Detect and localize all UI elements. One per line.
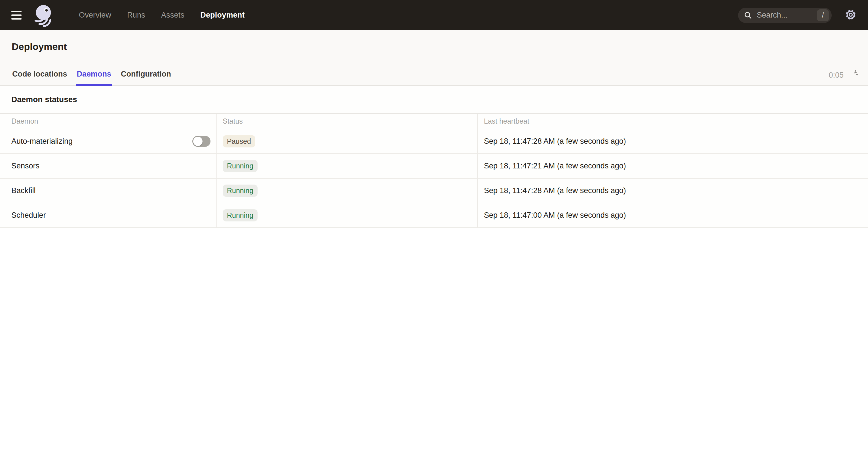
- last-heartbeat: Sep 18, 11:47:28 AM (a few seconds ago): [478, 129, 868, 153]
- col-header-daemon: Daemon: [0, 114, 217, 129]
- daemon-name: Backfill: [11, 186, 36, 195]
- last-heartbeat: Sep 18, 11:47:21 AM (a few seconds ago): [478, 154, 868, 178]
- auto-materializing-toggle[interactable]: [192, 136, 211, 147]
- search-input[interactable]: [757, 11, 817, 20]
- last-heartbeat: Sep 18, 11:47:00 AM (a few seconds ago): [478, 203, 868, 227]
- tab-configuration[interactable]: Configuration: [120, 70, 172, 85]
- page-title: Deployment: [12, 41, 67, 52]
- table-header-row: Daemon Status Last heartbeat: [0, 114, 868, 129]
- tab-daemons[interactable]: Daemons: [76, 70, 112, 85]
- dagster-logo-icon[interactable]: [32, 3, 55, 28]
- col-header-status: Status: [217, 114, 478, 129]
- menu-icon[interactable]: [11, 11, 22, 20]
- tab-bar: Code locations Daemons Configuration: [12, 70, 172, 85]
- top-navbar: Overview Runs Assets Deployment /: [0, 0, 868, 30]
- daemon-name: Auto-materializing: [11, 137, 73, 146]
- table-row: Sensors Running Sep 18, 11:47:21 AM (a f…: [0, 154, 868, 178]
- primary-nav: Overview Runs Assets Deployment: [79, 11, 245, 20]
- search-box[interactable]: /: [738, 8, 832, 23]
- nav-deployment[interactable]: Deployment: [200, 11, 245, 20]
- refresh-icon: [849, 70, 858, 80]
- settings-button[interactable]: [845, 9, 857, 22]
- nav-runs[interactable]: Runs: [127, 11, 145, 20]
- tab-code-locations[interactable]: Code locations: [12, 70, 68, 85]
- status-badge: Running: [223, 185, 257, 197]
- daemon-status-table: Daemon Status Last heartbeat Auto-materi…: [0, 113, 868, 228]
- last-heartbeat: Sep 18, 11:47:28 AM (a few seconds ago): [478, 178, 868, 203]
- main-content: Daemon statuses Daemon Status Last heart…: [0, 86, 868, 228]
- table-row: Auto-materializing Paused Sep 18, 11:47:…: [0, 129, 868, 154]
- table-row: Backfill Running Sep 18, 11:47:28 AM (a …: [0, 178, 868, 203]
- daemon-name: Scheduler: [11, 211, 46, 220]
- toggle-knob: [193, 137, 203, 146]
- refresh-area: 0:05: [829, 70, 858, 80]
- topbar-right: /: [738, 8, 857, 23]
- refresh-button[interactable]: [849, 70, 858, 80]
- status-badge: Running: [223, 209, 257, 222]
- app-window: Overview Runs Assets Deployment /: [0, 0, 868, 461]
- refresh-countdown: 0:05: [829, 71, 844, 80]
- daemon-name: Sensors: [11, 162, 39, 170]
- nav-overview[interactable]: Overview: [79, 11, 111, 20]
- status-badge: Paused: [223, 135, 255, 147]
- section-heading: Daemon statuses: [0, 86, 868, 113]
- col-header-last-heartbeat: Last heartbeat: [478, 114, 868, 129]
- gear-icon: [845, 9, 857, 22]
- nav-assets[interactable]: Assets: [161, 11, 184, 20]
- table-row: Scheduler Running Sep 18, 11:47:00 AM (a…: [0, 203, 868, 228]
- search-icon: [743, 10, 753, 20]
- status-badge: Running: [223, 160, 257, 172]
- slash-shortcut-key: /: [817, 9, 829, 21]
- page-header: Deployment Code locations Daemons Config…: [0, 30, 868, 86]
